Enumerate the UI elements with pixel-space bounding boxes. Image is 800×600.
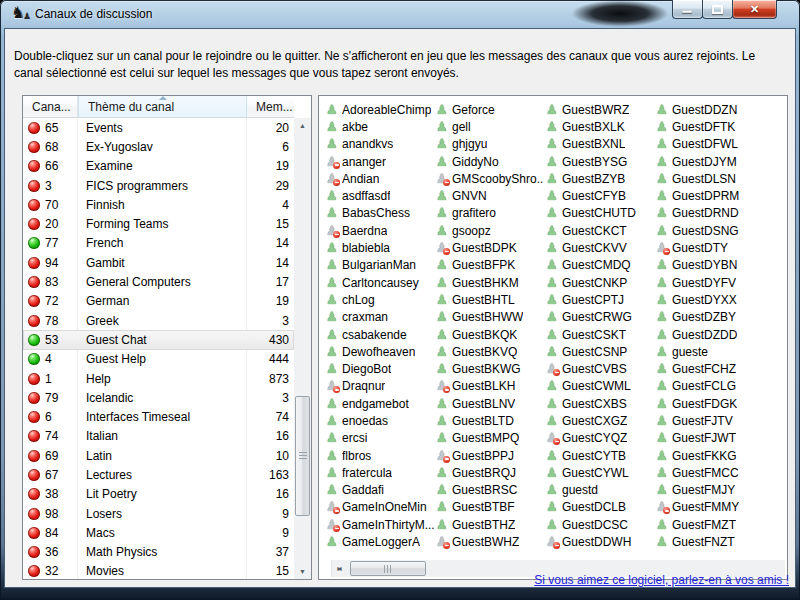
channel-row[interactable]: 68Ex-Yugoslav6 — [23, 137, 294, 156]
user-item[interactable]: ♟GameInThirtyM... — [326, 516, 436, 533]
minimize-button[interactable] — [672, 0, 703, 19]
user-item[interactable]: ♟chLog — [326, 291, 436, 308]
user-item[interactable]: ♟GuestBXLK — [546, 118, 656, 135]
user-item[interactable]: ♟Draqnur — [326, 378, 436, 395]
user-item[interactable]: ♟GuestCHUTD — [546, 205, 656, 222]
user-item[interactable]: ♟Dewofheaven — [326, 343, 436, 360]
scroll-right-button[interactable]: ► — [332, 560, 347, 577]
user-item[interactable]: ♟GuestDYXX — [656, 291, 766, 308]
column-header-channel[interactable]: Cana... — [23, 96, 78, 117]
user-item[interactable]: ♟csabakende — [326, 326, 436, 343]
user-item[interactable]: ♟GuestBKWG — [436, 360, 546, 377]
user-item[interactable]: ♟GuestCNKP — [546, 274, 656, 291]
channel-row[interactable]: 69Latin10 — [23, 446, 294, 465]
user-item[interactable]: ♟anandkvs — [326, 136, 436, 153]
user-item[interactable]: ♟GuestDDZN — [656, 101, 766, 118]
user-item[interactable]: ♟GuestFKKG — [656, 447, 766, 464]
user-item[interactable]: ♟GuestDZDD — [656, 326, 766, 343]
channel-row[interactable]: 84Macs9 — [23, 523, 294, 542]
user-item[interactable]: ♟GMScoobyShro... — [436, 170, 546, 187]
user-item[interactable]: ♟GuestFJWT — [656, 430, 766, 447]
user-item[interactable]: ♟BulgarianMan — [326, 257, 436, 274]
user-item[interactable]: ♟GameLoggerA — [326, 533, 436, 550]
user-item[interactable]: ♟GuestCYWL — [546, 464, 656, 481]
title-bar[interactable]: ♞ ♟ Canaux de discussion ✕ — [0, 0, 800, 28]
user-item[interactable]: ♟GuestDFTK — [656, 118, 766, 135]
user-item[interactable]: ♟GuestCVBS — [546, 360, 656, 377]
vertical-scroll-thumb[interactable] — [295, 396, 310, 516]
channel-row[interactable]: 65Events20 — [23, 118, 294, 137]
user-item[interactable]: ♟GuestCXBS — [546, 395, 656, 412]
user-item[interactable]: ♟akbe — [326, 118, 436, 135]
user-item[interactable]: ♟GuestBPPJ — [436, 447, 546, 464]
user-item[interactable]: ♟GuestCYTB — [546, 447, 656, 464]
user-item[interactable]: ♟ghjgyu — [436, 136, 546, 153]
user-item[interactable]: ♟GuestCKVV — [546, 239, 656, 256]
channel-row[interactable]: 67Lectures163 — [23, 465, 294, 484]
channel-row[interactable]: 94Gambit14 — [23, 253, 294, 272]
user-item[interactable]: ♟AdoreableChimp — [326, 101, 436, 118]
channel-row[interactable]: 1Help873 — [23, 369, 294, 388]
user-item[interactable]: ♟GuestFNZT — [656, 533, 766, 550]
user-item[interactable]: ♟GuestBRSC — [436, 482, 546, 499]
channel-row[interactable]: 36Math Physics37 — [23, 543, 294, 562]
user-item[interactable]: ♟DiegoBot — [326, 360, 436, 377]
user-item[interactable]: ♟GuestBXNL — [546, 136, 656, 153]
user-item[interactable]: ♟GuestBHWW — [436, 309, 546, 326]
user-item[interactable]: ♟GuestDCSC — [546, 516, 656, 533]
user-item[interactable]: ♟enoedas — [326, 412, 436, 429]
user-item[interactable]: ♟gsoopz — [436, 222, 546, 239]
user-item[interactable]: ♟GuestBTBF — [436, 499, 546, 516]
horizontal-scroll-thumb[interactable] — [350, 561, 426, 576]
user-item[interactable]: ♟Baerdna — [326, 222, 436, 239]
channel-row[interactable]: 79Icelandic3 — [23, 388, 294, 407]
user-item[interactable]: ♟GuestCFYB — [546, 187, 656, 204]
channel-row[interactable]: 4Guest Help444 — [23, 350, 294, 369]
user-item[interactable]: ♟GuestBMPQ — [436, 430, 546, 447]
user-item[interactable]: ♟GuestBYSG — [546, 153, 656, 170]
channel-row[interactable]: 38Lit Poetry16 — [23, 485, 294, 504]
user-item[interactable]: ♟GuestBHKM — [436, 274, 546, 291]
user-item[interactable]: ♟GuestDTY — [656, 239, 766, 256]
close-button[interactable]: ✕ — [732, 0, 777, 19]
user-item[interactable]: ♟GuestFDGK — [656, 395, 766, 412]
user-item[interactable]: ♟Andian — [326, 170, 436, 187]
user-item[interactable]: ♟GuestCYQZ — [546, 430, 656, 447]
user-item[interactable]: ♟GuestBLKH — [436, 378, 546, 395]
user-item[interactable]: ♟GuestDZBY — [656, 309, 766, 326]
user-item[interactable]: ♟guestd — [546, 482, 656, 499]
user-item[interactable]: ♟GuestFMZT — [656, 516, 766, 533]
user-item[interactable]: ♟Geforce — [436, 101, 546, 118]
user-item[interactable]: ♟GuestDRND — [656, 205, 766, 222]
user-item[interactable]: ♟fratercula — [326, 464, 436, 481]
user-item[interactable]: ♟GuestFJTV — [656, 412, 766, 429]
user-item[interactable]: ♟GuestDJYM — [656, 153, 766, 170]
user-item[interactable]: ♟GuestCSNP — [546, 343, 656, 360]
user-item[interactable]: ♟GameInOneMin — [326, 499, 436, 516]
user-item[interactable]: ♟GuestCMDQ — [546, 257, 656, 274]
channel-row[interactable]: 83General Computers17 — [23, 272, 294, 291]
user-item[interactable]: ♟GuestFMJY — [656, 482, 766, 499]
user-item[interactable]: ♟GuestCWML — [546, 378, 656, 395]
user-item[interactable]: ♟BabasChess — [326, 205, 436, 222]
user-item[interactable]: ♟asdffasdf — [326, 187, 436, 204]
user-item[interactable]: ♟GuestBFPK — [436, 257, 546, 274]
user-item[interactable]: ♟GuestDYFV — [656, 274, 766, 291]
channel-row[interactable]: 66Examine19 — [23, 157, 294, 176]
user-item[interactable]: ♟GuestFMMY — [656, 499, 766, 516]
user-item[interactable]: ♟GuestDPRM — [656, 187, 766, 204]
user-item[interactable]: ♟GiddyNo — [436, 153, 546, 170]
user-item[interactable]: ♟GuestBWHZ — [436, 533, 546, 550]
channel-row[interactable]: 77French14 — [23, 234, 294, 253]
user-item[interactable]: ♟GuestBRQJ — [436, 464, 546, 481]
channel-row[interactable]: 32Movies15 — [23, 562, 294, 579]
user-item[interactable]: ♟GNVN — [436, 187, 546, 204]
user-item[interactable]: ♟GuestCKCT — [546, 222, 656, 239]
column-header-theme[interactable]: Thème du canal — [78, 96, 247, 117]
channel-row[interactable]: 72German19 — [23, 292, 294, 311]
column-header-members[interactable]: Mem... — [247, 96, 294, 117]
user-item[interactable]: ♟GuestDYBN — [656, 257, 766, 274]
user-item[interactable]: ♟grafitero — [436, 205, 546, 222]
user-item[interactable]: ♟GuestDCLB — [546, 499, 656, 516]
user-item[interactable]: ♟GuestBHTL — [436, 291, 546, 308]
